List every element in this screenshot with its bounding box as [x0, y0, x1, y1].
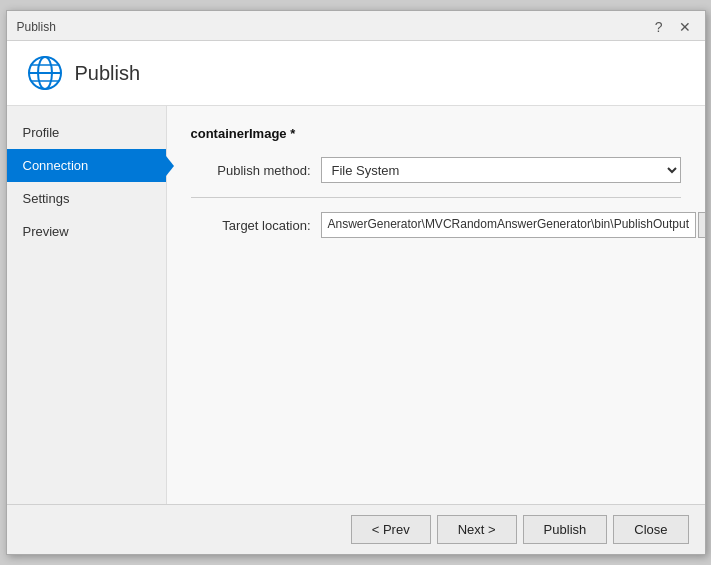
publish-method-row: Publish method: File System [191, 157, 681, 183]
footer: < Prev Next > Publish Close [7, 504, 705, 554]
content-area: containerImage * Publish method: File Sy… [167, 106, 705, 504]
next-button[interactable]: Next > [437, 515, 517, 544]
publish-method-label: Publish method: [191, 163, 321, 178]
title-bar: Publish ? ✕ [7, 11, 705, 41]
publish-dialog: Publish ? ✕ Publish Profile Connection S [6, 10, 706, 555]
sidebar-item-settings[interactable]: Settings [7, 182, 166, 215]
header-title: Publish [75, 62, 141, 85]
body: Profile Connection Settings Preview cont… [7, 106, 705, 504]
publish-method-control: File System [321, 157, 681, 183]
section-title: containerImage * [191, 126, 681, 141]
title-bar-controls: ? ✕ [651, 19, 695, 35]
sidebar-item-connection[interactable]: Connection [7, 149, 166, 182]
help-button[interactable]: ? [651, 19, 667, 35]
publish-method-select[interactable]: File System [321, 157, 681, 183]
target-location-row: Target location: AnswerGenerator\MVCRand… [191, 212, 681, 238]
divider [191, 197, 681, 198]
sidebar: Profile Connection Settings Preview [7, 106, 167, 504]
publish-globe-icon [27, 55, 63, 91]
browse-button[interactable]: ... [698, 212, 704, 238]
target-location-control: AnswerGenerator\MVCRandomAnswerGenerator… [321, 212, 705, 238]
dialog-title: Publish [17, 20, 56, 34]
header: Publish [7, 41, 705, 106]
target-location-input[interactable]: AnswerGenerator\MVCRandomAnswerGenerator… [321, 212, 697, 238]
publish-button[interactable]: Publish [523, 515, 608, 544]
sidebar-item-preview[interactable]: Preview [7, 215, 166, 248]
close-title-button[interactable]: ✕ [675, 19, 695, 35]
prev-button[interactable]: < Prev [351, 515, 431, 544]
target-location-label: Target location: [191, 218, 321, 233]
close-button[interactable]: Close [613, 515, 688, 544]
sidebar-item-profile[interactable]: Profile [7, 116, 166, 149]
